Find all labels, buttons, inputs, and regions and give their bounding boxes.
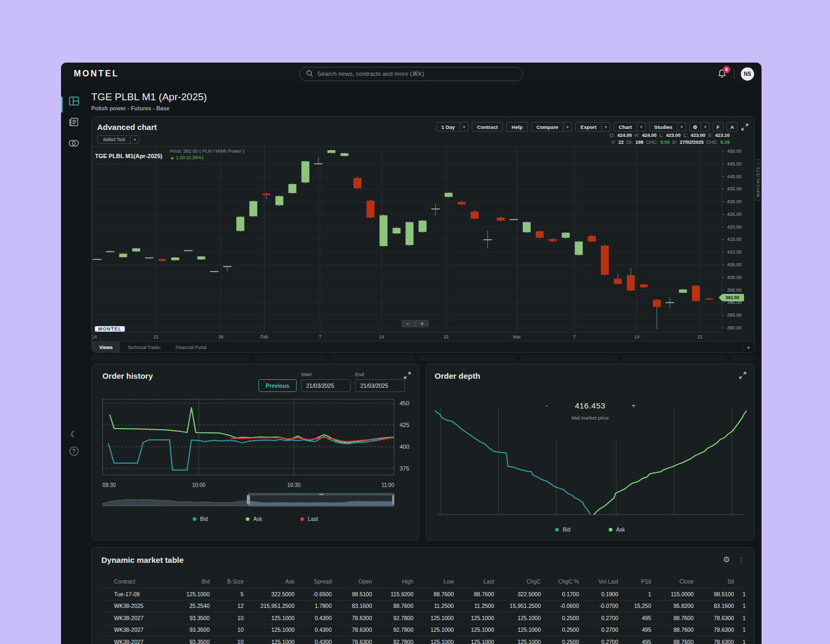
notifications-button[interactable]: 8 xyxy=(716,68,728,80)
legend-dot xyxy=(609,528,612,532)
candle xyxy=(575,241,583,255)
sidebar-item-news[interactable] xyxy=(68,117,79,127)
end-date-input[interactable]: 21/03/2025 xyxy=(355,379,405,392)
table-cell: -0.0600 xyxy=(541,603,579,609)
table-cell: 10 xyxy=(210,626,244,633)
select-tool-dropdown[interactable]: Select Tool▼ xyxy=(97,135,139,144)
x-tick-label: 7 xyxy=(573,334,576,340)
column-header[interactable]: ChgC xyxy=(494,578,541,585)
sidebar-item-dashboard[interactable] xyxy=(68,95,79,106)
search-icon xyxy=(306,70,313,78)
x-tick-label: 14 xyxy=(379,334,384,340)
zoom-in-button[interactable]: + xyxy=(420,320,423,327)
tab-technical-trader[interactable]: Technical Trader xyxy=(120,342,168,353)
order-history-chart[interactable]: 450425400375 xyxy=(102,399,408,481)
legend-item-bid[interactable]: Bid xyxy=(193,516,208,522)
studies-button[interactable]: Studies▼ xyxy=(649,122,686,132)
mid-price-increase-button[interactable]: + xyxy=(630,402,637,410)
advanced-chart-title: Advanced chart xyxy=(97,123,157,132)
column-header[interactable]: Last xyxy=(454,578,494,585)
start-date-input[interactable]: 21/03/2025 xyxy=(301,379,351,392)
table-row[interactable]: WK38-202793.350010125.10000.430078.63009… xyxy=(101,624,745,636)
market-table-title: Dynamic market table xyxy=(101,555,184,564)
column-header[interactable]: Ask xyxy=(244,578,295,585)
table-row[interactable]: WK38-202793.350010125.10000.430078.63009… xyxy=(101,612,745,624)
table-settings-button[interactable]: ⚙ xyxy=(723,555,730,564)
table-menu-button[interactable]: ⋮ xyxy=(738,556,745,564)
legend-item-bid[interactable]: Bid xyxy=(555,527,570,533)
expand-chart-button[interactable] xyxy=(741,123,749,131)
column-header[interactable]: Stl xyxy=(694,578,734,585)
fullscreen-f-button[interactable]: F xyxy=(713,122,723,132)
legend-item-ask[interactable]: Ask xyxy=(246,516,262,522)
mid-price-decrease-button[interactable]: - xyxy=(543,402,550,410)
candle xyxy=(679,290,687,293)
table-row[interactable]: WK38-202525.254012215,951.25001.780083.1… xyxy=(101,600,745,612)
expand-order-history-button[interactable] xyxy=(403,371,411,381)
x-tick-label: 21 xyxy=(153,334,158,340)
close-value: 423.00 xyxy=(690,133,705,138)
navigator-handle-right[interactable] xyxy=(392,495,394,504)
column-header[interactable]: Close xyxy=(651,578,694,585)
timeframe-button[interactable]: 1 Day▼ xyxy=(436,122,469,132)
table-cell: 495 xyxy=(618,639,651,644)
y-tick-label: 395.00 xyxy=(727,288,742,293)
column-header[interactable]: High xyxy=(372,578,413,585)
table-cell: 25.2540 xyxy=(164,603,210,609)
export-button[interactable]: Export▼ xyxy=(575,122,610,132)
chart-settings-button[interactable]: ⚙▼ xyxy=(689,122,710,132)
tab-financial-portal[interactable]: Financial Portal xyxy=(168,342,214,353)
table-cell: 78.6300 xyxy=(694,615,734,621)
order-depth-chart[interactable] xyxy=(435,407,746,522)
order-history-panel: Order history Previous Start 21/03/2025 … xyxy=(91,363,419,541)
candlestick-chart[interactable]: 450.00445.00440.00435.00430.00425.00420.… xyxy=(92,146,754,333)
moon-icon: ☾ xyxy=(70,430,77,439)
x-tick-label: 10:30 xyxy=(287,482,300,488)
search-input[interactable]: Search news, contracts and more (⌘K) xyxy=(299,67,523,81)
candle xyxy=(614,279,622,284)
legend-item-ask[interactable]: Ask xyxy=(609,527,625,533)
column-header[interactable]: B-Size xyxy=(210,578,244,585)
x-tick-label: 14 xyxy=(634,334,639,340)
column-header[interactable]: Spread xyxy=(295,578,332,585)
range-navigator[interactable]: ••• xyxy=(102,493,394,509)
user-avatar[interactable]: NS xyxy=(741,67,754,81)
news-icon xyxy=(69,118,79,126)
x-tick-label: 09:30 xyxy=(102,482,116,488)
navigator-handle-left[interactable] xyxy=(247,495,250,504)
help-button-chart[interactable]: Help xyxy=(506,122,528,132)
date-value: 27/02/2025 xyxy=(680,140,704,145)
add-view-button[interactable]: + xyxy=(742,342,754,353)
top-bar: MONTEL Search news, contracts and more (… xyxy=(61,63,762,85)
help-button[interactable]: ? xyxy=(70,447,79,456)
expand-order-depth-button[interactable] xyxy=(739,371,747,381)
table-cell: 92.7800 xyxy=(372,615,413,621)
annotate-button[interactable]: A xyxy=(727,122,738,132)
table-row[interactable]: WK38-202793.350010125.10000.430078.63009… xyxy=(101,636,745,644)
oi-value: 198 xyxy=(635,140,643,145)
candle xyxy=(588,236,596,241)
table-row[interactable]: Tue-17-09125.10005322.5000-0.650098.5100… xyxy=(101,588,745,600)
column-header[interactable]: Low xyxy=(413,578,454,585)
legend-item-last[interactable]: Last xyxy=(300,516,318,522)
column-header[interactable]: Open xyxy=(332,578,372,585)
column-header[interactable]: ChgC % xyxy=(541,578,579,585)
table-cell: WK38-2027 xyxy=(101,626,164,633)
watchlists-tab[interactable]: WATCHLISTS › xyxy=(754,159,762,201)
tab-views[interactable]: Views xyxy=(92,342,120,353)
previous-button[interactable]: Previous xyxy=(258,379,297,392)
dark-mode-toggle[interactable]: ☾ xyxy=(70,430,77,439)
table-header-row: ContractBidB-SizeAskSpreadOpenHighLowLas… xyxy=(101,575,745,588)
column-header[interactable]: PStl xyxy=(618,578,651,585)
y-tick-label: 415.00 xyxy=(727,237,742,242)
column-header[interactable]: Contract xyxy=(101,578,164,585)
contract-button[interactable]: Contract xyxy=(472,122,503,132)
sidebar-item-history[interactable] xyxy=(68,138,79,149)
column-header[interactable]: Bid xyxy=(164,578,210,585)
chart-type-button[interactable]: Chart▼ xyxy=(613,122,646,132)
zoom-out-button[interactable]: − xyxy=(406,320,409,327)
compare-button[interactable]: Compare▼ xyxy=(531,122,572,132)
x-tick-label: 7 xyxy=(319,334,322,340)
column-header[interactable]: Vol Last xyxy=(579,578,618,585)
table-cell: 495 xyxy=(618,626,651,633)
